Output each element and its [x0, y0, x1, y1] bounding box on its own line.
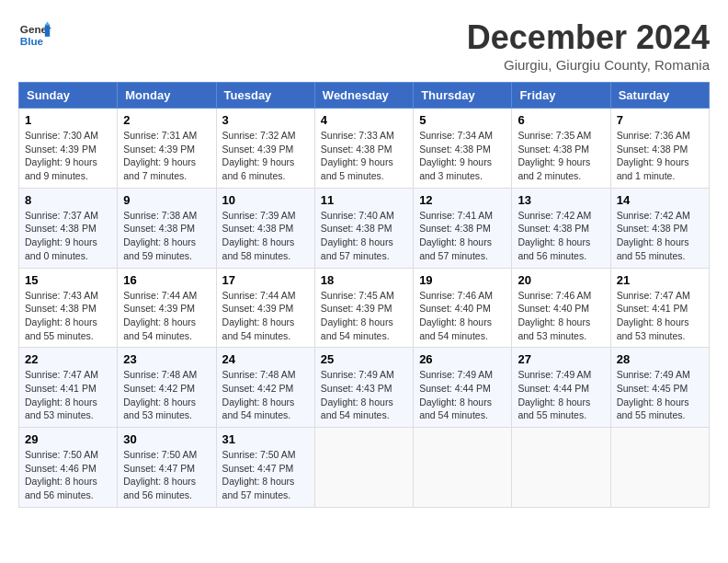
- calendar-cell: 4Sunrise: 7:33 AMSunset: 4:38 PMDaylight…: [314, 109, 413, 189]
- day-info: Sunrise: 7:42 AMSunset: 4:38 PMDaylight:…: [518, 209, 604, 263]
- calendar: SundayMondayTuesdayWednesdayThursdayFrid…: [18, 82, 710, 508]
- day-info: Sunrise: 7:49 AMSunset: 4:44 PMDaylight:…: [518, 368, 604, 422]
- logo-icon: General Blue: [18, 18, 51, 52]
- calendar-week-row: 1Sunrise: 7:30 AMSunset: 4:39 PMDaylight…: [19, 109, 710, 189]
- calendar-week-row: 15Sunrise: 7:43 AMSunset: 4:38 PMDayligh…: [19, 268, 710, 348]
- calendar-cell: 22Sunrise: 7:47 AMSunset: 4:41 PMDayligh…: [19, 348, 118, 428]
- calendar-cell: 14Sunrise: 7:42 AMSunset: 4:38 PMDayligh…: [610, 188, 709, 268]
- day-number: 6: [518, 113, 604, 127]
- day-number: 1: [25, 113, 111, 127]
- calendar-cell: 6Sunrise: 7:35 AMSunset: 4:38 PMDaylight…: [512, 109, 610, 189]
- day-info: Sunrise: 7:37 AMSunset: 4:38 PMDaylight:…: [25, 209, 111, 263]
- calendar-cell: 12Sunrise: 7:41 AMSunset: 4:38 PMDayligh…: [414, 188, 512, 268]
- calendar-cell: 8Sunrise: 7:37 AMSunset: 4:38 PMDaylight…: [19, 188, 118, 268]
- day-of-week-header: Sunday: [19, 83, 118, 109]
- calendar-cell: [610, 428, 709, 508]
- day-of-week-header: Tuesday: [216, 83, 314, 109]
- day-number: 5: [419, 113, 506, 127]
- calendar-cell: 27Sunrise: 7:49 AMSunset: 4:44 PMDayligh…: [512, 348, 610, 428]
- day-of-week-header: Saturday: [610, 83, 709, 109]
- day-info: Sunrise: 7:50 AMSunset: 4:47 PMDaylight:…: [222, 448, 309, 502]
- day-number: 10: [222, 193, 309, 207]
- calendar-cell: 29Sunrise: 7:50 AMSunset: 4:46 PMDayligh…: [19, 428, 118, 508]
- day-info: Sunrise: 7:50 AMSunset: 4:47 PMDaylight:…: [123, 448, 210, 502]
- day-number: 20: [518, 273, 604, 287]
- day-number: 17: [222, 273, 309, 287]
- subtitle: Giurgiu, Giurgiu County, Romania: [467, 57, 710, 73]
- day-of-week-header: Thursday: [414, 83, 512, 109]
- calendar-cell: 23Sunrise: 7:48 AMSunset: 4:42 PMDayligh…: [118, 348, 216, 428]
- calendar-cell: [512, 428, 610, 508]
- day-info: Sunrise: 7:33 AMSunset: 4:38 PMDaylight:…: [321, 129, 407, 183]
- logo: General Blue: [18, 18, 51, 52]
- day-number: 7: [617, 113, 703, 127]
- calendar-cell: 13Sunrise: 7:42 AMSunset: 4:38 PMDayligh…: [512, 188, 610, 268]
- calendar-cell: 24Sunrise: 7:48 AMSunset: 4:42 PMDayligh…: [216, 348, 314, 428]
- day-info: Sunrise: 7:49 AMSunset: 4:44 PMDaylight:…: [419, 368, 506, 422]
- calendar-cell: 21Sunrise: 7:47 AMSunset: 4:41 PMDayligh…: [610, 268, 709, 348]
- day-number: 2: [123, 113, 210, 127]
- day-of-week-header: Wednesday: [314, 83, 413, 109]
- day-number: 28: [617, 352, 703, 366]
- day-info: Sunrise: 7:44 AMSunset: 4:39 PMDaylight:…: [123, 289, 210, 343]
- day-info: Sunrise: 7:40 AMSunset: 4:38 PMDaylight:…: [321, 209, 407, 263]
- calendar-week-row: 22Sunrise: 7:47 AMSunset: 4:41 PMDayligh…: [19, 348, 710, 428]
- header: General Blue December 2024 Giurgiu, Giur…: [18, 18, 710, 73]
- calendar-cell: 9Sunrise: 7:38 AMSunset: 4:38 PMDaylight…: [118, 188, 216, 268]
- calendar-cell: 2Sunrise: 7:31 AMSunset: 4:39 PMDaylight…: [118, 109, 216, 189]
- day-number: 23: [123, 352, 210, 366]
- calendar-cell: 28Sunrise: 7:49 AMSunset: 4:45 PMDayligh…: [610, 348, 709, 428]
- day-number: 19: [419, 273, 506, 287]
- day-info: Sunrise: 7:30 AMSunset: 4:39 PMDaylight:…: [25, 129, 111, 183]
- svg-text:Blue: Blue: [20, 35, 44, 47]
- day-info: Sunrise: 7:41 AMSunset: 4:38 PMDaylight:…: [419, 209, 506, 263]
- day-info: Sunrise: 7:48 AMSunset: 4:42 PMDaylight:…: [123, 368, 210, 422]
- day-number: 9: [123, 193, 210, 207]
- month-title: December 2024: [467, 18, 710, 57]
- day-info: Sunrise: 7:48 AMSunset: 4:42 PMDaylight:…: [222, 368, 309, 422]
- calendar-cell: 3Sunrise: 7:32 AMSunset: 4:39 PMDaylight…: [216, 109, 314, 189]
- calendar-header-row: SundayMondayTuesdayWednesdayThursdayFrid…: [19, 83, 710, 109]
- day-info: Sunrise: 7:47 AMSunset: 4:41 PMDaylight:…: [25, 368, 111, 422]
- title-area: December 2024 Giurgiu, Giurgiu County, R…: [467, 18, 710, 73]
- calendar-cell: 20Sunrise: 7:46 AMSunset: 4:40 PMDayligh…: [512, 268, 610, 348]
- calendar-cell: 11Sunrise: 7:40 AMSunset: 4:38 PMDayligh…: [314, 188, 413, 268]
- day-number: 21: [617, 273, 703, 287]
- day-number: 25: [321, 352, 407, 366]
- day-info: Sunrise: 7:31 AMSunset: 4:39 PMDaylight:…: [123, 129, 210, 183]
- calendar-week-row: 29Sunrise: 7:50 AMSunset: 4:46 PMDayligh…: [19, 428, 710, 508]
- day-number: 24: [222, 352, 309, 366]
- day-number: 11: [321, 193, 407, 207]
- day-info: Sunrise: 7:49 AMSunset: 4:45 PMDaylight:…: [617, 368, 703, 422]
- calendar-cell: 26Sunrise: 7:49 AMSunset: 4:44 PMDayligh…: [414, 348, 512, 428]
- calendar-cell: 10Sunrise: 7:39 AMSunset: 4:38 PMDayligh…: [216, 188, 314, 268]
- svg-marker-2: [45, 25, 50, 37]
- day-number: 26: [419, 352, 506, 366]
- day-info: Sunrise: 7:39 AMSunset: 4:38 PMDaylight:…: [222, 209, 309, 263]
- calendar-cell: 19Sunrise: 7:46 AMSunset: 4:40 PMDayligh…: [414, 268, 512, 348]
- calendar-cell: [414, 428, 512, 508]
- day-number: 12: [419, 193, 506, 207]
- day-number: 22: [25, 352, 111, 366]
- day-of-week-header: Friday: [512, 83, 610, 109]
- calendar-week-row: 8Sunrise: 7:37 AMSunset: 4:38 PMDaylight…: [19, 188, 710, 268]
- day-info: Sunrise: 7:49 AMSunset: 4:43 PMDaylight:…: [321, 368, 407, 422]
- day-info: Sunrise: 7:45 AMSunset: 4:39 PMDaylight:…: [321, 289, 407, 343]
- day-number: 31: [222, 432, 309, 446]
- calendar-cell: 17Sunrise: 7:44 AMSunset: 4:39 PMDayligh…: [216, 268, 314, 348]
- day-number: 30: [123, 432, 210, 446]
- calendar-cell: 5Sunrise: 7:34 AMSunset: 4:38 PMDaylight…: [414, 109, 512, 189]
- calendar-cell: 16Sunrise: 7:44 AMSunset: 4:39 PMDayligh…: [118, 268, 216, 348]
- day-info: Sunrise: 7:42 AMSunset: 4:38 PMDaylight:…: [617, 209, 703, 263]
- day-info: Sunrise: 7:50 AMSunset: 4:46 PMDaylight:…: [25, 448, 111, 502]
- day-number: 16: [123, 273, 210, 287]
- day-of-week-header: Monday: [118, 83, 216, 109]
- day-number: 8: [25, 193, 111, 207]
- day-number: 18: [321, 273, 407, 287]
- calendar-cell: 7Sunrise: 7:36 AMSunset: 4:38 PMDaylight…: [610, 109, 709, 189]
- day-number: 13: [518, 193, 604, 207]
- day-info: Sunrise: 7:46 AMSunset: 4:40 PMDaylight:…: [518, 289, 604, 343]
- day-number: 3: [222, 113, 309, 127]
- day-number: 4: [321, 113, 407, 127]
- calendar-cell: 30Sunrise: 7:50 AMSunset: 4:47 PMDayligh…: [118, 428, 216, 508]
